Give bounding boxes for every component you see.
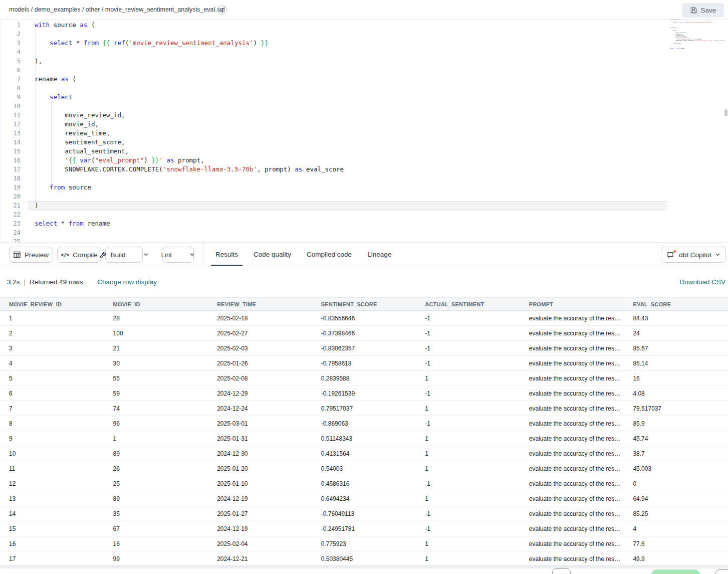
code-line[interactable]: sentiment_score, — [28, 138, 667, 147]
table-cell: 10 — [0, 450, 104, 457]
table-cell: -1 — [416, 330, 520, 337]
save-button[interactable]: Save — [682, 3, 724, 18]
prompt-preview-text: evaluate the accuracy of the res… — [529, 405, 620, 412]
build-button[interactable]: Build — [95, 247, 130, 262]
table-cell: 2024-12-29 — [208, 390, 312, 397]
table-row: 15672024-12-19-0.24951781-1evaluate the … — [0, 521, 728, 536]
table-row: 4302025-01-26-0.7958618-1evaluate the ac… — [0, 356, 728, 371]
tab-lineage[interactable]: Lineage — [367, 243, 391, 266]
code-line[interactable]: movie_review_id, — [28, 111, 667, 120]
code-line[interactable]: ), — [28, 57, 667, 66]
prompt-preview-text: evaluate the accuracy of the res… — [529, 390, 620, 397]
code-line[interactable] — [28, 174, 667, 183]
download-csv-link[interactable]: Download CSV — [679, 278, 725, 286]
table-cell: 100 — [104, 330, 208, 337]
code-line[interactable]: movie_id, — [28, 120, 667, 129]
lint-button[interactable]: Lint — [156, 247, 177, 262]
table-cell: -1 — [416, 390, 520, 397]
copilot-label: dbt Copilot — [679, 251, 711, 259]
code-line[interactable] — [28, 102, 667, 111]
column-header[interactable]: MOVIE_ID — [104, 301, 208, 307]
code-line[interactable] — [28, 48, 667, 57]
code-line[interactable]: '{{ var("eval_prompt") }}' as prompt, — [28, 156, 667, 165]
code-line[interactable] — [28, 84, 667, 93]
build-dropdown[interactable] — [139, 247, 153, 262]
code-editor[interactable]: 1234567891011121314151617181920212223242… — [0, 20, 728, 242]
horizontal-scrollbar[interactable] — [0, 565, 728, 568]
minimap-content: with source as ( select * from {{ ref('m… — [669, 20, 725, 51]
line-number: 6 — [1, 66, 21, 75]
eval-score-cell: 16 — [624, 375, 728, 382]
prompt-preview-text: evaluate the accuracy of the res… — [529, 495, 620, 502]
table-row: 912025-01-310.511483431evaluate the accu… — [0, 431, 728, 446]
results-table: MOVIE_REVIEW_IDMOVIE_IDREVIEW_TIMESENTIM… — [0, 297, 728, 566]
table-cell: 2024-12-24 — [208, 405, 312, 412]
prompt-preview-text: evaluate the accuracy of the res… — [529, 345, 620, 352]
eval-score-cell: 4 — [624, 525, 728, 532]
code-line[interactable]: actual_sentiment, — [28, 147, 667, 156]
code-line[interactable] — [28, 192, 667, 201]
table-row: 12252025-01-100.4586316-1evaluate the ac… — [0, 476, 728, 491]
table-cell: 16 — [0, 540, 104, 547]
footer-outline-button-partial[interactable] — [715, 569, 728, 574]
eval-score-cell: 85.25 — [624, 510, 728, 517]
breadcrumb[interactable]: models / demo_examples / other / movie_r… — [9, 6, 225, 13]
line-number: 11 — [1, 111, 21, 120]
table-cell: 0.50380445 — [312, 555, 416, 562]
prompt-cell: evaluate the accuracy of the res… — [520, 315, 624, 322]
column-header[interactable]: ACTUAL_SENTIMENT — [416, 301, 520, 307]
column-header[interactable]: REVIEW_TIME — [208, 301, 312, 307]
table-cell: 2 — [0, 330, 104, 337]
preview-button[interactable]: Preview — [9, 247, 53, 263]
table-cell: 0.51148343 — [312, 435, 416, 442]
table-cell: 2025-03-01 — [208, 420, 312, 427]
table-cell: 89 — [104, 495, 208, 502]
code-line[interactable] — [28, 237, 667, 242]
code-line[interactable] — [28, 30, 667, 39]
table-cell: 2024-12-19 — [208, 525, 312, 532]
dbt-copilot-button[interactable]: dbt Copilot — [661, 247, 726, 263]
tab-code-quality[interactable]: Code quality — [254, 243, 291, 266]
table-cell: -1 — [416, 510, 520, 517]
line-number: 21 — [1, 201, 21, 210]
footer-button-partial[interactable] — [552, 568, 571, 574]
column-header[interactable]: PROMPT — [520, 301, 624, 307]
footer-green-button-partial[interactable] — [651, 569, 700, 574]
table-cell: 25 — [104, 480, 208, 487]
column-header[interactable]: SENTIMENT_SCORE — [312, 301, 416, 307]
chevron-down-icon — [190, 253, 194, 256]
table-cell: 4 — [0, 360, 104, 367]
table-cell: 14 — [0, 510, 104, 517]
table-cell: 0.2839588 — [312, 375, 416, 382]
code-line[interactable]: SNOWFLAKE.CORTEX.COMPLETE('snowflake-lla… — [28, 165, 667, 174]
table-cell: 1 — [416, 555, 520, 562]
column-header[interactable]: MOVIE_REVIEW_ID — [0, 301, 104, 307]
tab-compiled-code[interactable]: Compiled code — [307, 243, 352, 266]
minimap[interactable]: with source as ( select * from {{ ref('m… — [669, 20, 725, 51]
eval-score-cell: 38.7 — [624, 450, 728, 457]
line-number: 19 — [1, 183, 21, 192]
build-wrench-icon — [100, 252, 106, 258]
table-cell: -0.869063 — [312, 420, 416, 427]
table-cell: 2024-12-30 — [208, 450, 312, 457]
code-line[interactable]: from source — [28, 183, 667, 192]
code-line[interactable]: ) — [28, 201, 667, 210]
change-row-display-link[interactable]: Change row display — [97, 278, 157, 286]
code-line[interactable]: review_time, — [28, 129, 667, 138]
code-line[interactable]: select * from {{ ref('movie_review_senti… — [28, 39, 667, 48]
code-line[interactable]: select — [28, 93, 667, 102]
code-lines[interactable]: with source as ( select * from {{ ref('m… — [28, 21, 667, 242]
code-line[interactable]: with source as ( — [28, 21, 667, 30]
tab-results[interactable]: Results — [215, 243, 238, 266]
code-line[interactable]: select * from rename — [28, 219, 667, 228]
column-header[interactable]: EVAL_SCORE — [624, 301, 728, 307]
code-line[interactable] — [28, 210, 667, 219]
code-line[interactable] — [28, 66, 667, 75]
lint-dropdown[interactable] — [185, 247, 199, 262]
chevron-down-icon — [715, 253, 720, 256]
editor-scrollbar-thumb[interactable] — [724, 109, 727, 116]
code-line[interactable] — [28, 228, 667, 237]
code-line[interactable]: rename as ( — [28, 75, 667, 84]
line-number: 8 — [1, 84, 21, 93]
table-cell: 2025-01-27 — [208, 510, 312, 517]
